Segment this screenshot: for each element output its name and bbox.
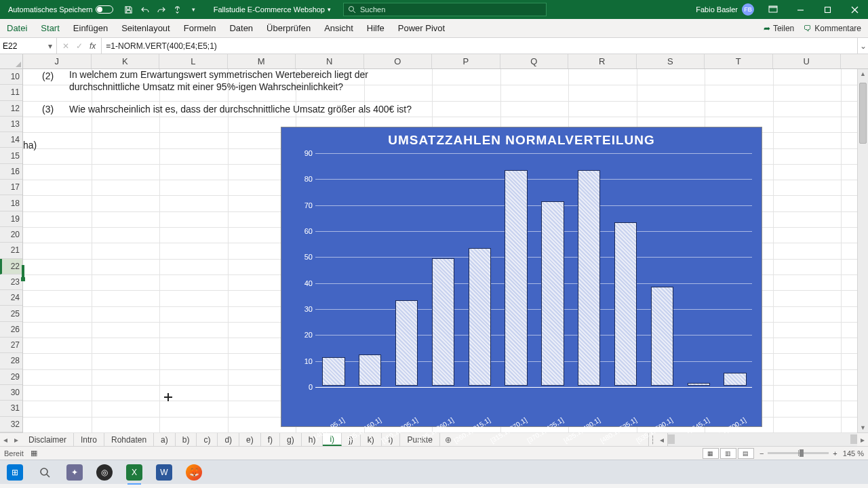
chart[interactable]: UMSATZZAHLEN NORMALVERTEILUNG 0102030405… [281, 127, 762, 427]
sheet-tab[interactable]: d) [218, 433, 239, 446]
chart-bar[interactable] [724, 373, 746, 386]
row-header[interactable]: 32 [0, 417, 22, 432]
sheet-tab[interactable]: Rohdaten [104, 433, 154, 446]
redo-icon[interactable] [157, 5, 166, 14]
sheet-tab[interactable]: Disclaimer [22, 433, 74, 446]
chart-bar[interactable] [432, 258, 454, 386]
sheet-nav-prev-icon[interactable]: ▸ [11, 433, 22, 446]
chart-bar[interactable] [651, 287, 673, 386]
taskbar-obs[interactable]: ◎ [91, 460, 118, 485]
column-header[interactable]: R [568, 54, 637, 68]
fx-icon[interactable]: fx [90, 41, 96, 51]
chevron-down-icon[interactable]: ▾ [45, 40, 55, 52]
horizontal-scrollbar[interactable] [667, 433, 857, 446]
search-box[interactable]: Suchen [343, 3, 547, 16]
row-header[interactable]: 29 [0, 369, 22, 385]
taskbar-word[interactable]: W [151, 460, 178, 485]
cell-grid[interactable]: (2) In welchem zum Erwartungswert symmet… [23, 69, 857, 432]
zoom-control[interactable]: − + [760, 449, 837, 458]
tab-ansicht[interactable]: Ansicht [317, 19, 360, 37]
start-button[interactable]: ⊞ [1, 460, 28, 485]
share-button[interactable]: ➦Teilen [764, 24, 794, 33]
column-header[interactable]: L [159, 54, 228, 68]
row-header[interactable]: 19 [0, 211, 22, 227]
tab-hilfe[interactable]: Hilfe [360, 19, 391, 37]
row-header[interactable]: 10 [0, 69, 22, 85]
ribbon-mode-button[interactable] [760, 0, 787, 19]
touch-icon[interactable] [173, 5, 182, 14]
row-header[interactable]: 22 [0, 259, 22, 274]
row-header[interactable]: 13 [0, 117, 22, 132]
tab-daten[interactable]: Daten [222, 19, 260, 37]
close-button[interactable] [841, 0, 868, 19]
scroll-up-icon[interactable]: ▲ [858, 69, 868, 79]
column-header[interactable]: S [637, 54, 705, 68]
row-header[interactable]: 16 [0, 164, 22, 180]
chart-bar[interactable] [614, 222, 637, 386]
tab-start[interactable]: Start [34, 19, 66, 37]
tab-powerpivot[interactable]: Power Pivot [391, 19, 452, 37]
chart-bar[interactable] [688, 383, 710, 386]
zoom-value[interactable]: 145 % [843, 449, 864, 458]
row-header[interactable]: 25 [0, 306, 22, 321]
scrollbar-thumb[interactable] [859, 83, 867, 144]
document-title[interactable]: Fallstudie E-Commerce Webshop ▾ [201, 5, 343, 14]
zoom-out-icon[interactable]: − [760, 449, 764, 458]
chart-bar[interactable] [395, 300, 418, 386]
tab-ueberpruefen[interactable]: Überprüfen [260, 19, 317, 37]
taskbar-search-icon[interactable] [31, 460, 58, 485]
sheet-tab[interactable]: f) [261, 433, 280, 446]
comments-button[interactable]: 🗨Kommentare [804, 24, 861, 33]
save-icon[interactable] [124, 5, 134, 14]
column-header[interactable]: P [432, 54, 500, 68]
view-normal-button[interactable]: ▦ [703, 448, 719, 459]
account-button[interactable]: Fabio Basler FB [690, 3, 760, 16]
row-header[interactable]: 31 [0, 401, 22, 416]
row-header[interactable]: 28 [0, 353, 22, 369]
chart-bar[interactable] [578, 170, 600, 386]
row-header[interactable]: 18 [0, 195, 22, 211]
zoom-slider[interactable] [768, 452, 829, 454]
accept-formula-icon[interactable]: ✓ [76, 41, 83, 51]
row-header[interactable]: 30 [0, 385, 22, 401]
taskbar-app-1[interactable]: ✦ [61, 460, 88, 485]
scroll-down-icon[interactable]: ▼ [858, 423, 868, 432]
taskbar-firefox[interactable]: 🦊 [180, 460, 208, 485]
sheet-nav-first-icon[interactable]: ◂ [0, 433, 11, 446]
column-header[interactable]: N [296, 54, 364, 68]
column-header[interactable]: O [364, 54, 433, 68]
column-header[interactable]: T [705, 54, 773, 68]
row-header[interactable]: 23 [0, 274, 22, 290]
name-box[interactable]: E22 ▾ [0, 38, 57, 54]
maximize-button[interactable] [814, 0, 841, 19]
column-header[interactable]: U [773, 54, 842, 68]
column-header[interactable]: Q [500, 54, 569, 68]
row-header[interactable]: 21 [0, 243, 22, 258]
chart-bar[interactable] [505, 170, 527, 386]
sheet-tab[interactable]: a) [154, 433, 176, 446]
column-header[interactable]: J [23, 54, 92, 68]
view-pagebreak-button[interactable]: ▤ [738, 448, 754, 459]
row-header[interactable]: 15 [0, 148, 22, 163]
column-header[interactable]: K [92, 54, 160, 68]
zoom-in-icon[interactable]: + [833, 449, 837, 458]
row-header[interactable]: 14 [0, 132, 22, 148]
cancel-formula-icon[interactable]: ✕ [62, 41, 69, 51]
tab-seitenlayout[interactable]: Seitenlayout [115, 19, 177, 37]
select-all-corner[interactable] [0, 54, 23, 68]
formula-input[interactable]: =1-NORM.VERT(400;E4;E5;1) [102, 38, 857, 54]
row-header[interactable]: 24 [0, 290, 22, 306]
column-header[interactable]: M [228, 54, 296, 68]
autosave-toggle[interactable]: Automatisches Speichern [4, 5, 117, 14]
chart-bar[interactable] [469, 248, 491, 386]
sheet-tab[interactable]: e) [239, 433, 261, 446]
expand-formula-icon[interactable]: ⌄ [857, 38, 868, 54]
view-pagelayout-button[interactable]: ▥ [720, 448, 736, 459]
undo-icon[interactable] [140, 5, 150, 14]
tab-formeln[interactable]: Formeln [177, 19, 223, 37]
row-header[interactable]: 11 [0, 85, 22, 100]
sheet-tab[interactable]: Intro [74, 433, 104, 446]
vertical-scrollbar[interactable]: ▲ ▼ [857, 69, 868, 432]
row-header[interactable]: 26 [0, 322, 22, 338]
minimize-button[interactable] [787, 0, 814, 19]
